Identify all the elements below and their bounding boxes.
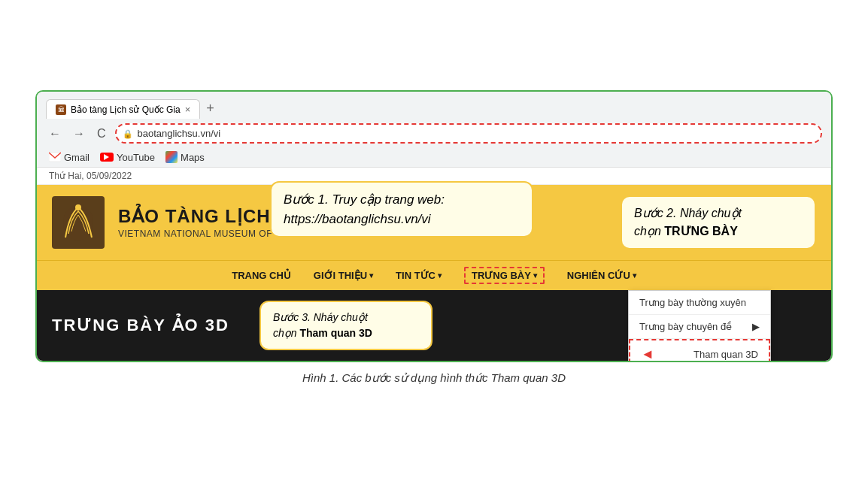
- nghien-cuu-dropdown-icon: ▾: [633, 271, 636, 280]
- dropdown-tham-quan-label: Tham quan 3D: [693, 349, 758, 360]
- bookmark-maps-label: Maps: [181, 152, 205, 163]
- black-banner: TRƯNG BÀY ẢO 3D Bước 3. Nháy chuột chọn …: [37, 290, 831, 361]
- banner-title: TRƯNG BÀY ẢO 3D: [52, 316, 229, 335]
- figure-caption: Hình 1. Các bước sử dụng hình thức Tham …: [35, 362, 833, 388]
- site-logo: [52, 196, 105, 249]
- callout3-line1: Bước 3. Nháy chuột: [273, 310, 419, 325]
- dropdown-thuong-xuyen[interactable]: Trưng bày thường xuyên: [629, 291, 770, 315]
- bookmark-youtube[interactable]: YouTube: [100, 152, 155, 163]
- callout3-line2: chọn Tham quan 3D: [273, 325, 419, 341]
- forward-button[interactable]: →: [70, 126, 88, 142]
- tab-favicon: 🏛: [56, 104, 66, 115]
- youtube-play-icon: [104, 154, 109, 160]
- figure-caption-text: Hình 1. Các bước sử dụng hình thức Tham …: [302, 371, 566, 384]
- bookmark-gmail[interactable]: Gmail: [49, 151, 90, 163]
- website-content: Bước 1. Truy cập trang web: https://baot…: [37, 168, 831, 361]
- svg-point-2: [75, 204, 81, 210]
- tab-close-button[interactable]: ×: [185, 104, 191, 115]
- maps-icon: [165, 151, 178, 163]
- nav-gioi-thieu-label: GIỚI THIỆU: [314, 270, 367, 281]
- bookmark-maps[interactable]: Maps: [165, 151, 205, 163]
- trung-bay-dropdown-menu: Trưng bày thường xuyên Trưng bày chuyên …: [628, 290, 771, 362]
- gioi-thieu-dropdown-icon: ▾: [369, 271, 373, 280]
- nav-trung-bay-label: TRƯNG BÀY: [472, 270, 531, 281]
- dropdown-chuyen-de-arrow: ▶: [752, 321, 760, 332]
- browser-tabs: 🏛 Bảo tàng Lịch sử Quốc Gia × +: [46, 98, 822, 119]
- address-bar[interactable]: [115, 123, 822, 144]
- address-bar-wrapper: 🔒 ◄: [115, 123, 822, 144]
- nav-gioi-thieu[interactable]: GIỚI THIỆU ▾: [314, 270, 373, 281]
- nav-trung-bay[interactable]: TRƯNG BÀY ▾: [464, 267, 545, 284]
- callout-step2: Bước 2. Nháy chuột chọn TRƯNG BÀY: [621, 195, 816, 250]
- nav-nghien-cuu[interactable]: NGHIÊN CỨU ▾: [567, 270, 636, 281]
- nav-trang-chu[interactable]: TRANG CHỦ: [232, 270, 291, 281]
- dropdown-thuong-xuyen-label: Trưng bày thường xuyên: [639, 297, 746, 308]
- browser-chrome: 🏛 Bảo tàng Lịch sử Quốc Gia × + ← → C 🔒 …: [37, 92, 831, 168]
- tin-tuc-dropdown-icon: ▾: [438, 271, 442, 280]
- bookmark-gmail-label: Gmail: [64, 152, 90, 163]
- new-tab-button[interactable]: +: [200, 98, 220, 119]
- bookmark-youtube-label: YouTube: [117, 152, 155, 163]
- callout-step3: Bước 3. Nháy chuột chọn Tham quan 3D: [259, 301, 432, 350]
- gmail-icon: [49, 151, 61, 163]
- callout1-text: Bước 1. Truy cập trang web: https://baot…: [284, 192, 445, 226]
- trung-bay-dropdown-icon: ▾: [533, 271, 537, 280]
- dropdown-chuyen-de[interactable]: Trưng bày chuyên đề ▶: [629, 315, 770, 339]
- nav-tin-tuc-label: TIN TỨC: [396, 270, 436, 281]
- back-button[interactable]: ←: [46, 126, 64, 142]
- refresh-button[interactable]: C: [94, 126, 109, 142]
- callout2-bold: TRƯNG BÀY: [664, 225, 738, 237]
- browser-tab-active[interactable]: 🏛 Bảo tàng Lịch sử Quốc Gia ×: [46, 99, 200, 119]
- site-nav: TRANG CHỦ GIỚI THIỆU ▾ TIN TỨC ▾ TRƯNG B…: [37, 260, 831, 290]
- nav-trang-chu-label: TRANG CHỦ: [232, 270, 291, 281]
- dropdown-tham-quan-3d[interactable]: ◄ Tham quan 3D: [629, 339, 770, 362]
- nav-nghien-cuu-label: NGHIÊN CỨU: [567, 270, 630, 281]
- callout2-line2: chọn TRƯNG BÀY: [634, 222, 803, 241]
- tab-title: Bảo tàng Lịch sử Quốc Gia: [71, 104, 181, 115]
- site-date: Thứ Hai, 05/09/2022: [49, 171, 132, 181]
- address-arrow: ◄: [830, 125, 833, 142]
- callout2-line1: Bước 2. Nháy chuột: [634, 204, 803, 222]
- tham-quan-arrow-icon: ◄: [641, 346, 654, 362]
- bookmarks-bar: Gmail YouTube Maps: [46, 148, 822, 167]
- dropdown-chuyen-de-label: Trưng bày chuyên đề: [639, 321, 732, 332]
- youtube-icon: [100, 153, 114, 162]
- nav-tin-tuc[interactable]: TIN TỨC ▾: [396, 270, 442, 281]
- outer-wrapper: 🏛 Bảo tàng Lịch sử Quốc Gia × + ← → C 🔒 …: [20, 75, 848, 403]
- callout-step1: Bước 1. Truy cập trang web: https://baot…: [270, 181, 533, 237]
- browser-container: 🏛 Bảo tàng Lịch sử Quốc Gia × + ← → C 🔒 …: [35, 90, 833, 362]
- callout3-bold: Tham quan 3D: [299, 327, 372, 339]
- lock-icon: 🔒: [123, 129, 133, 138]
- browser-toolbar: ← → C 🔒 ◄: [46, 119, 822, 148]
